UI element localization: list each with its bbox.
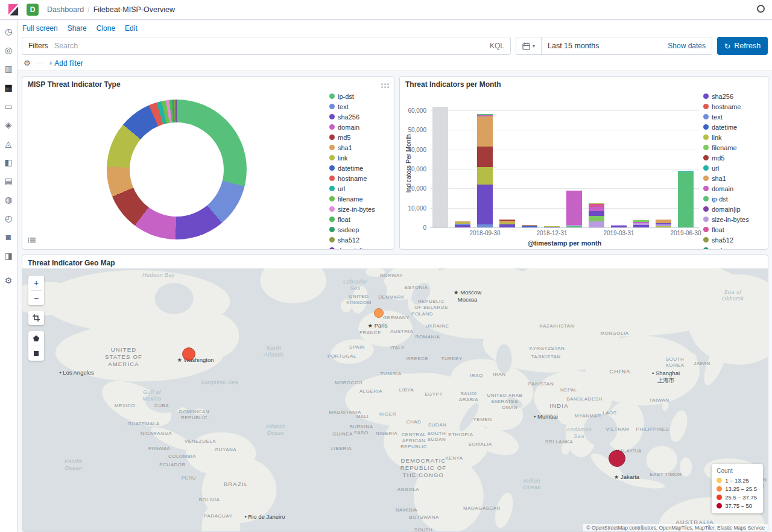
legend-item[interactable]: md5 (329, 132, 393, 142)
refresh-button[interactable]: ↻ Refresh (717, 37, 768, 55)
sidebar-maps-icon[interactable]: ◈ (3, 119, 14, 131)
bar-4[interactable] (522, 225, 537, 228)
toolbar-link-edit[interactable]: Edit (125, 24, 138, 33)
sidebar-canvas-icon[interactable]: ▭ (3, 101, 14, 112)
zoom-in-button[interactable]: + (28, 276, 44, 290)
sidebar-logs-icon[interactable]: ▤ (3, 176, 14, 187)
legend-item[interactable]: ssdeep (703, 245, 767, 250)
legend-dot-icon (329, 104, 335, 109)
legend-label: filename (712, 144, 737, 151)
legend-item[interactable]: float (703, 224, 767, 235)
sidebar-management-icon[interactable]: ⚙ (3, 275, 14, 287)
legend-item[interactable]: ssdeep (329, 224, 393, 235)
sidebar-dashboard-icon[interactable]: ▦ (3, 82, 14, 93)
time-range-value[interactable]: Last 15 months (542, 42, 668, 50)
map-legend-range: 37.75 – 50 (725, 502, 752, 509)
legend-item[interactable]: sha1 (329, 142, 393, 153)
help-icon[interactable] (757, 5, 765, 13)
filters-button[interactable]: Filters (22, 42, 54, 50)
legend-label: ssdeep (712, 247, 733, 250)
donut-hole (130, 122, 224, 217)
map-count-marker-1[interactable] (374, 308, 384, 318)
bar-11[interactable] (678, 171, 694, 227)
legend-dot-icon (329, 206, 335, 212)
kibana-logo[interactable] (7, 4, 19, 16)
legend-item[interactable]: url (329, 183, 393, 194)
legend-dot-icon (703, 227, 709, 232)
legend-item[interactable]: datetime (329, 163, 393, 173)
calendar-dropdown-button[interactable]: ▾ (516, 37, 542, 54)
legend-label: ip-dst (712, 195, 728, 203)
legend-item[interactable]: sha512 (329, 235, 393, 245)
bar-10[interactable] (656, 220, 671, 227)
map-legend-range: 25.5 – 37.75 (725, 494, 757, 501)
bar-7[interactable] (589, 203, 604, 227)
bar-6[interactable] (566, 191, 582, 227)
legend-item[interactable]: md5 (703, 153, 767, 163)
kql-button[interactable]: KQL (484, 42, 510, 50)
bar-9[interactable] (633, 220, 649, 227)
bar-2[interactable] (477, 114, 493, 227)
toolbar-link-clone[interactable]: Clone (96, 24, 115, 33)
legend-item[interactable]: float (329, 214, 393, 224)
legend-item[interactable]: text (703, 112, 767, 122)
legend-item[interactable]: size-in-bytes (703, 214, 767, 224)
sidebar-dev-tools-icon[interactable]: ◨ (3, 250, 14, 262)
bar-0[interactable] (432, 107, 448, 227)
panel-misp-threat-indicator-type: MISP Threat Indicator Type ip-dsttextsha… (22, 76, 394, 250)
draw-rectangle-button[interactable] (28, 346, 44, 361)
legend-item[interactable]: filename (329, 194, 393, 204)
sidebar-visualize-icon[interactable]: ▥ (3, 63, 14, 75)
legend-item[interactable]: ip-dst (703, 194, 767, 204)
crop-tool-button[interactable] (28, 311, 44, 325)
sidebar-discover-icon[interactable]: ◎ (3, 45, 14, 56)
legend-item[interactable]: domain (329, 122, 393, 132)
legend-item[interactable]: sha1 (703, 173, 767, 183)
sidebar-recently-viewed-icon[interactable]: ◷ (3, 26, 14, 37)
legend-label: sha256 (712, 93, 733, 100)
legend-item[interactable]: hostname (329, 173, 393, 183)
search-input[interactable] (54, 42, 484, 50)
legend-toggle-icon[interactable] (26, 235, 38, 245)
toolbar-link-share[interactable]: Share (68, 24, 87, 33)
legend-item[interactable]: datetime (703, 122, 767, 132)
legend-item[interactable]: size-in-bytes (329, 204, 393, 214)
sidebar-machine-learning-icon[interactable]: ◬ (3, 138, 14, 150)
legend-item[interactable]: link (329, 153, 393, 163)
map-viewport[interactable]: + − (22, 268, 768, 531)
bar-5[interactable] (544, 226, 560, 227)
legend-item[interactable]: filename (703, 142, 767, 153)
legend-item[interactable]: sha256 (703, 91, 767, 101)
bar-segment (477, 116, 493, 147)
legend-item[interactable]: hostname (703, 101, 767, 112)
panel-menu-icon[interactable] (381, 80, 390, 91)
show-dates-link[interactable]: Show dates (668, 42, 712, 50)
sidebar-infrastructure-icon[interactable]: ◧ (3, 157, 14, 168)
draw-polygon-button[interactable] (28, 331, 44, 346)
sidebar-uptime-icon[interactable]: ◴ (3, 213, 14, 224)
sidebar-siem-icon[interactable]: ◙ (3, 232, 14, 243)
legend-item[interactable]: ip-dst (329, 91, 393, 101)
legend-dot-icon (703, 114, 709, 119)
gridline (430, 130, 699, 130)
filter-options-gear-icon[interactable]: ⚙ (24, 59, 31, 67)
bar-3[interactable] (499, 220, 515, 227)
legend-item[interactable]: url (703, 163, 767, 173)
legend-item[interactable]: sha512 (703, 235, 767, 245)
legend-item[interactable]: domain (703, 183, 767, 194)
bar-1[interactable] (455, 221, 470, 227)
zoom-out-button[interactable]: − (28, 291, 44, 305)
legend-item[interactable]: link (703, 132, 767, 142)
add-filter-link[interactable]: + Add filter (49, 59, 83, 68)
toolbar-link-full-screen[interactable]: Full screen (22, 24, 58, 33)
map-count-marker-0[interactable] (182, 347, 195, 361)
sidebar-apm-icon[interactable]: ◍ (3, 194, 14, 206)
legend-item[interactable]: domain|ip (329, 245, 393, 250)
legend-item[interactable]: text (329, 101, 393, 112)
space-badge[interactable]: D (27, 4, 39, 16)
bar-8[interactable] (611, 225, 627, 227)
map-count-marker-2[interactable] (609, 450, 625, 467)
legend-item[interactable]: sha256 (329, 112, 393, 122)
legend-item[interactable]: domain|ip (703, 204, 767, 214)
breadcrumb-section[interactable]: Dashboard (47, 5, 84, 14)
